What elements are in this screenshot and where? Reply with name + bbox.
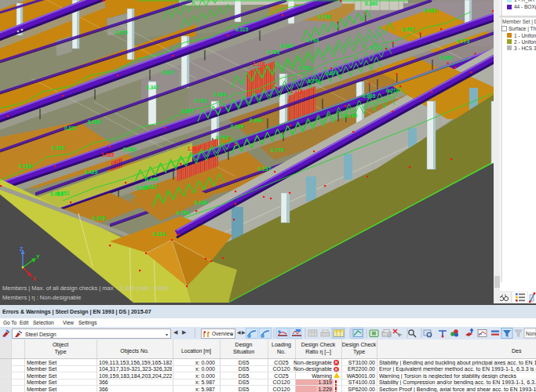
svg-text:X: X — [32, 276, 36, 281]
svg-text:0.188: 0.188 — [136, 185, 149, 191]
svg-text:0.378: 0.378 — [93, 216, 106, 221]
svg-text:0.297: 0.297 — [258, 166, 272, 172]
svg-text:0.265: 0.265 — [439, 55, 453, 60]
svg-text:0.574: 0.574 — [326, 71, 339, 76]
svg-text:0.773: 0.773 — [457, 38, 470, 44]
svg-text:None: None — [526, 331, 536, 336]
svg-text:0.063: 0.063 — [50, 191, 64, 197]
svg-text:0.383: 0.383 — [123, 147, 137, 152]
svg-text:1.085: 1.085 — [101, 152, 115, 158]
svg-text:0.736: 0.736 — [177, 210, 190, 216]
svg-text:0.995: 0.995 — [424, 8, 437, 13]
svg-text:0.827: 0.827 — [64, 125, 78, 131]
svg-text:Y: Y — [36, 254, 40, 260]
svg-text:0.794: 0.794 — [308, 78, 321, 84]
svg-text:1.118: 1.118 — [290, 89, 303, 94]
svg-text:0.731: 0.731 — [370, 45, 383, 50]
svg-text:0.289: 0.289 — [88, 119, 101, 125]
svg-text:0.276: 0.276 — [345, 113, 358, 118]
svg-text:0.444: 0.444 — [145, 176, 159, 182]
svg-text:0.793: 0.793 — [216, 135, 229, 140]
svg-text:0.793: 0.793 — [267, 49, 280, 55]
svg-text:0.789: 0.789 — [231, 124, 244, 129]
svg-text:1.118: 1.118 — [253, 61, 265, 67]
svg-text:0.746: 0.746 — [318, 14, 331, 20]
svg-text:0.248: 0.248 — [195, 200, 208, 205]
svg-text:0.394: 0.394 — [213, 92, 227, 97]
svg-text:0.134: 0.134 — [19, 163, 32, 169]
svg-text:Z: Z — [20, 246, 24, 252]
svg-text:1.319: 1.319 — [188, 146, 201, 151]
svg-text:0.540: 0.540 — [280, 43, 294, 49]
svg-text:0.114: 0.114 — [153, 231, 166, 237]
svg-text:0.210: 0.210 — [386, 88, 399, 93]
svg-text:0.394: 0.394 — [250, 118, 263, 123]
svg-text:0.791: 0.791 — [195, 98, 208, 103]
svg-text:0.315: 0.315 — [235, 27, 249, 32]
svg-text:0.429: 0.429 — [85, 169, 98, 175]
svg-text:0.667: 0.667 — [181, 108, 195, 114]
svg-text:0.202: 0.202 — [52, 145, 65, 151]
svg-text:0.865: 0.865 — [363, 93, 376, 99]
svg-text:0.290: 0.290 — [298, 65, 312, 71]
svg-text:0.360: 0.360 — [365, 1, 378, 6]
svg-text:0.794: 0.794 — [306, 38, 319, 43]
svg-text:0.775: 0.775 — [271, 147, 284, 153]
svg-text:0.347: 0.347 — [146, 85, 159, 90]
svg-text:0.357: 0.357 — [402, 27, 415, 32]
svg-text:0.215: 0.215 — [115, 30, 128, 35]
svg-text:0.907: 0.907 — [162, 70, 175, 75]
